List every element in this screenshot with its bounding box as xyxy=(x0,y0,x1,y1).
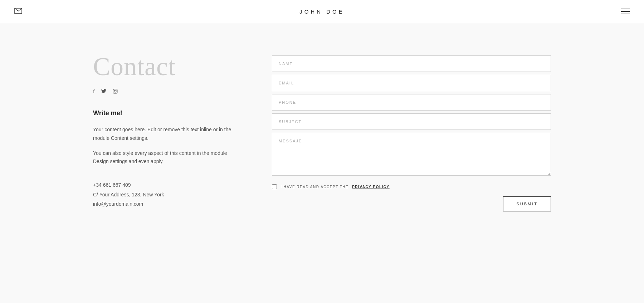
phone-input[interactable] xyxy=(272,94,551,111)
email-field-group xyxy=(272,75,551,91)
write-me-heading: Write me! xyxy=(93,109,243,117)
privacy-row: I HAVE READ AND ACCEPT THE PRIVACY POLIC… xyxy=(272,184,551,189)
submit-row: SUBMIT xyxy=(272,196,551,211)
header: JOHN DOE xyxy=(0,0,644,23)
contact-form: I HAVE READ AND ACCEPT THE PRIVACY POLIC… xyxy=(272,52,551,211)
twitter-icon[interactable] xyxy=(101,89,106,95)
svg-point-3 xyxy=(116,90,117,91)
subject-input[interactable] xyxy=(272,113,551,130)
page-title: Contact xyxy=(93,52,243,82)
message-textarea[interactable] xyxy=(272,133,551,176)
svg-point-2 xyxy=(114,90,116,92)
social-icons: f xyxy=(93,89,243,95)
mail-icon[interactable] xyxy=(14,8,22,16)
instagram-icon[interactable] xyxy=(113,89,118,95)
site-logo[interactable]: JOHN DOE xyxy=(299,9,345,15)
description-2: You can also style every aspect of this … xyxy=(93,149,243,166)
privacy-checkbox[interactable] xyxy=(272,184,277,189)
contact-phone: +34 661 667 409 xyxy=(93,180,243,190)
contact-address: C/ Your Address, 123, New York xyxy=(93,190,243,200)
contact-email: info@yourdomain.com xyxy=(93,199,243,209)
description-1: Your content goes here. Edit or remove t… xyxy=(93,126,243,143)
left-column: Contact f Write me! Your content goes he… xyxy=(93,52,243,211)
phone-field-group xyxy=(272,94,551,111)
email-input[interactable] xyxy=(272,75,551,91)
name-input[interactable] xyxy=(272,55,551,72)
facebook-icon[interactable]: f xyxy=(93,89,95,95)
message-field-group xyxy=(272,133,551,177)
subject-field-group xyxy=(272,113,551,130)
name-field-group xyxy=(272,55,551,72)
privacy-policy-link[interactable]: PRIVACY POLICY xyxy=(352,185,390,189)
main-content: Contact f Write me! Your content goes he… xyxy=(72,23,572,233)
menu-icon[interactable] xyxy=(621,9,630,14)
contact-info: +34 661 667 409 C/ Your Address, 123, Ne… xyxy=(93,180,243,209)
submit-button[interactable]: SUBMIT xyxy=(503,196,551,211)
privacy-text: I HAVE READ AND ACCEPT THE xyxy=(280,185,348,189)
svg-rect-1 xyxy=(113,89,117,93)
